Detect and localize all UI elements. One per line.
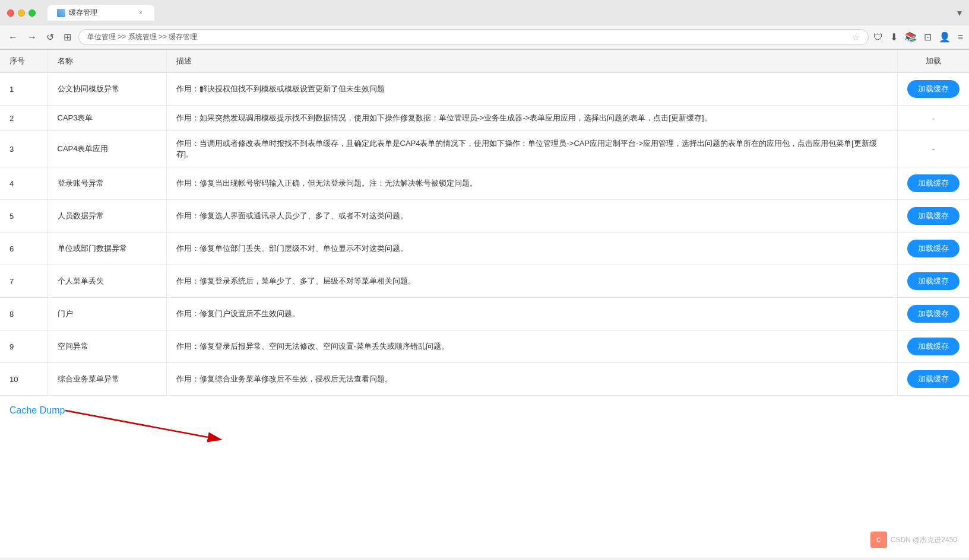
forward-button[interactable]: → (25, 31, 39, 44)
table-row: 3CAP4表单应用作用：当调用或者修改表单时报找不到表单缓存，且确定此表单是CA… (0, 131, 969, 167)
table-row: 7个人菜单丢失作用：修复登录系统后，菜单少了、多了、层级不对等菜单相关问题。加载… (0, 265, 969, 298)
arrow-annotation (36, 402, 226, 443)
tab-close-icon[interactable]: × (137, 9, 145, 17)
cell-desc: 作用：解决授权但找不到模板或模板设置更新了但未生效问题 (166, 73, 898, 106)
cell-action: 加载缓存 (898, 200, 970, 233)
table-row: 8门户作用：修复门户设置后不生效问题。加载缓存 (0, 298, 969, 330)
tab-title: 缓存管理 (69, 8, 97, 18)
cell-seq: 10 (0, 363, 48, 396)
cell-name: 个人菜单丢失 (48, 265, 166, 298)
cell-action: 加载缓存 (898, 233, 970, 265)
cell-name: CAP4表单应用 (48, 131, 166, 167)
profile-icon[interactable]: 👤 (939, 31, 951, 43)
header-name: 名称 (48, 50, 166, 73)
cache-dump-section: Cache Dump (0, 396, 969, 428)
cell-name: 登录账号异常 (48, 167, 166, 200)
cell-name: 综合业务菜单异常 (48, 363, 166, 396)
cache-table: 序号 名称 描述 加载 1公文协同模版异常作用：解决授权但找不到模板或模板设置更… (0, 50, 969, 396)
cell-seq: 8 (0, 298, 48, 330)
shield-icon[interactable]: 🛡 (873, 32, 883, 43)
cell-action: 加载缓存 (898, 363, 970, 396)
load-cache-button[interactable]: 加载缓存 (907, 240, 960, 257)
header-action: 加载 (898, 50, 970, 73)
cell-action: 加载缓存 (898, 298, 970, 330)
maximize-button[interactable] (28, 9, 36, 17)
cell-seq: 2 (0, 106, 48, 131)
cell-name: 空间异常 (48, 330, 166, 363)
download-icon[interactable]: ⬇ (890, 31, 898, 43)
watermark-text: CSDN @杰克进2450 (891, 535, 957, 545)
traffic-lights (7, 9, 36, 17)
menu-icon[interactable]: ≡ (958, 32, 963, 43)
cell-desc: 作用：修复单位部门丢失、部门层级不对、单位显示不对这类问题。 (166, 233, 898, 265)
page-content: 序号 名称 描述 加载 1公文协同模版异常作用：解决授权但找不到模板或模板设置更… (0, 50, 969, 558)
tab-bar: 缓存管理 × (48, 5, 154, 21)
browser-tab[interactable]: 缓存管理 × (48, 5, 154, 21)
cell-desc: 作用：当调用或者修改表单时报找不到表单缓存，且确定此表单是CAP4表单的情况下，… (166, 131, 898, 167)
load-cache-button[interactable]: 加载缓存 (907, 80, 960, 98)
cell-action: 加载缓存 (898, 265, 970, 298)
cell-seq: 6 (0, 233, 48, 265)
table-row: 5人员数据异常作用：修复选人界面或通讯录人员少了、多了、或者不对这类问题。加载缓… (0, 200, 969, 233)
table-row: 10综合业务菜单异常作用：修复综合业务菜单修改后不生效，授权后无法查看问题。加载… (0, 363, 969, 396)
tab-favicon (57, 9, 65, 17)
load-cache-button[interactable]: 加载缓存 (907, 370, 960, 388)
tab-groups-icon[interactable]: ⊡ (924, 31, 932, 43)
svg-line-1 (65, 411, 208, 437)
cell-action: 加载缓存 (898, 73, 970, 106)
load-cache-button[interactable]: 加载缓存 (907, 338, 960, 355)
load-cache-button[interactable]: 加载缓存 (907, 272, 960, 290)
table-row: 6单位或部门数据异常作用：修复单位部门丢失、部门层级不对、单位显示不对这类问题。… (0, 233, 969, 265)
cell-seq: 7 (0, 265, 48, 298)
cell-action: 加载缓存 (898, 330, 970, 363)
back-button[interactable]: ← (6, 31, 20, 44)
header-desc: 描述 (166, 50, 898, 73)
cell-name: CAP3表单 (48, 106, 166, 131)
table-row: 1公文协同模版异常作用：解决授权但找不到模板或模板设置更新了但未生效问题加载缓存 (0, 73, 969, 106)
browser-chrome: 缓存管理 × ▾ ← → ↺ ⊞ 单位管理 >> 系统管理 >> 缓存管理 ☆ … (0, 0, 969, 50)
cell-seq: 3 (0, 131, 48, 167)
cell-desc: 作用：修复登录后报异常、空间无法修改、空间设置-菜单丢失或顺序错乱问题。 (166, 330, 898, 363)
address-bar[interactable]: 单位管理 >> 系统管理 >> 缓存管理 ☆ (78, 29, 869, 45)
title-bar: 缓存管理 × ▾ (0, 0, 969, 26)
expand-icon[interactable]: ▾ (957, 7, 962, 18)
cell-seq: 4 (0, 167, 48, 200)
load-cache-button[interactable]: 加载缓存 (907, 305, 960, 323)
cell-name: 单位或部门数据异常 (48, 233, 166, 265)
cell-action: - (898, 106, 970, 131)
bookmarks-icon[interactable]: 📚 (905, 31, 917, 43)
cell-desc: 作用：修复选人界面或通讯录人员少了、多了、或者不对这类问题。 (166, 200, 898, 233)
load-cache-button[interactable]: 加载缓存 (907, 174, 960, 192)
table-header: 序号 名称 描述 加载 (0, 50, 969, 73)
cell-name: 门户 (48, 298, 166, 330)
load-cache-button[interactable]: 加载缓存 (907, 207, 960, 225)
cell-seq: 1 (0, 73, 48, 106)
cell-desc: 作用：如果突然发现调用模板提示找不到数据情况，使用如下操作修复数据：单位管理员-… (166, 106, 898, 131)
csdn-logo: C (870, 532, 887, 548)
bookmark-icon[interactable]: ☆ (852, 33, 860, 42)
cell-desc: 作用：修复登录系统后，菜单少了、多了、层级不对等菜单相关问题。 (166, 265, 898, 298)
cell-name: 公文协同模版异常 (48, 73, 166, 106)
header-seq: 序号 (0, 50, 48, 73)
table-body: 1公文协同模版异常作用：解决授权但找不到模板或模板设置更新了但未生效问题加载缓存… (0, 73, 969, 396)
watermark: C CSDN @杰克进2450 (870, 532, 957, 548)
address-text: 单位管理 >> 系统管理 >> 缓存管理 (87, 32, 848, 42)
nav-bar: ← → ↺ ⊞ 单位管理 >> 系统管理 >> 缓存管理 ☆ 🛡 ⬇ 📚 ⊡ 👤… (0, 26, 969, 49)
close-button[interactable] (7, 9, 14, 17)
table-row: 2CAP3表单作用：如果突然发现调用模板提示找不到数据情况，使用如下操作修复数据… (0, 106, 969, 131)
cell-action: - (898, 131, 970, 167)
cell-seq: 9 (0, 330, 48, 363)
nav-icons: 🛡 ⬇ 📚 ⊡ 👤 ≡ (873, 31, 963, 43)
refresh-button[interactable]: ↺ (44, 30, 56, 44)
minimize-button[interactable] (18, 9, 25, 17)
cell-name: 人员数据异常 (48, 200, 166, 233)
cell-seq: 5 (0, 200, 48, 233)
table-row: 9空间异常作用：修复登录后报异常、空间无法修改、空间设置-菜单丢失或顺序错乱问题… (0, 330, 969, 363)
cell-desc: 作用：修复门户设置后不生效问题。 (166, 298, 898, 330)
cell-action: 加载缓存 (898, 167, 970, 200)
cell-desc: 作用：修复当出现帐号密码输入正确，但无法登录问题。注：无法解决帐号被锁定问题。 (166, 167, 898, 200)
cell-desc: 作用：修复综合业务菜单修改后不生效，授权后无法查看问题。 (166, 363, 898, 396)
home-button[interactable]: ⊞ (61, 30, 74, 44)
table-row: 4登录账号异常作用：修复当出现帐号密码输入正确，但无法登录问题。注：无法解决帐号… (0, 167, 969, 200)
